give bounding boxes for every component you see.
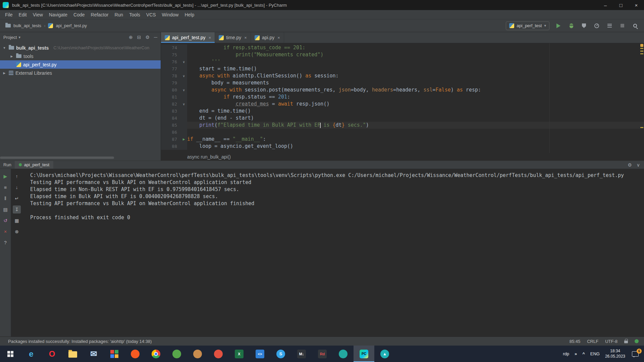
code-line-75[interactable]: 75 print("Measurements created") (161, 51, 644, 58)
minimize-button[interactable]: – (598, 0, 613, 10)
soft-wrap-button[interactable]: ↵ (13, 194, 21, 202)
scroll-to-end-button[interactable]: ↧ (13, 205, 21, 214)
code-line-79[interactable]: 79 body = measurements (161, 79, 644, 86)
tree-item-api-perf-test-py[interactable]: api_perf_test.py (0, 60, 161, 69)
code-line-77[interactable]: 77 start = time.time() (161, 65, 644, 72)
code-line-85[interactable]: 85 print(f"Elapsed time in Bulk API with… (161, 122, 644, 129)
close-tab-icon[interactable]: × (277, 35, 280, 40)
brave-icon[interactable] (125, 346, 146, 362)
down-stack-button[interactable]: ↓ (13, 183, 21, 191)
tray-rdp-label[interactable]: rdp (563, 351, 569, 356)
file-explorer-icon[interactable] (62, 346, 83, 362)
clock[interactable]: 18:34 26.05.2023 (605, 349, 625, 359)
line-number[interactable]: 78 (161, 72, 180, 79)
run-configuration-selector[interactable]: api_perf_test ▾ (506, 21, 549, 30)
search-everywhere-button[interactable] (631, 22, 639, 29)
vscode-icon[interactable]: <> (250, 346, 270, 362)
code-line-74[interactable]: 74 if resp.status_code == 201: (161, 44, 644, 51)
print-button[interactable]: ▦ (13, 217, 21, 225)
coverage-button[interactable] (580, 22, 588, 29)
chevron-right-icon[interactable]: ▶ (2, 71, 7, 75)
code-editor[interactable]: 74 if resp.status_code == 201:75 print("… (161, 43, 644, 153)
horizontal-scrollbar[interactable] (0, 157, 114, 159)
menu-navigate[interactable]: Navigate (46, 12, 70, 17)
language-indicator[interactable]: ENG (590, 351, 600, 356)
code-line-83[interactable]: 83 end = time.time() (161, 108, 644, 115)
maximize-button[interactable]: □ (613, 0, 629, 10)
line-number[interactable]: 82 (161, 101, 180, 108)
code-line-88[interactable]: 88 loop = asyncio.get_event_loop() (161, 143, 644, 150)
restore-layout-button[interactable]: ↺ (1, 217, 9, 225)
opera-icon[interactable]: O (42, 346, 62, 362)
menu-vcs[interactable]: VCS (143, 12, 159, 17)
collapse-all-icon[interactable]: ⊟ (137, 35, 141, 40)
stop-button[interactable] (619, 22, 626, 29)
mail-icon[interactable]: ✉ (83, 346, 104, 362)
menu-edit[interactable]: Edit (16, 12, 30, 17)
line-number[interactable]: 76 (161, 58, 180, 65)
menu-help[interactable]: Help (181, 12, 197, 17)
editor-tab-time-py[interactable]: time.py× (215, 32, 251, 43)
editor-scrollbar[interactable] (640, 43, 644, 153)
pycharm-icon[interactable]: PC (354, 346, 374, 362)
rdcman-icon[interactable]: Rd (312, 346, 333, 362)
excel-icon[interactable]: X (229, 346, 250, 362)
close-button[interactable]: × (629, 0, 644, 10)
menu-window[interactable]: Window (159, 12, 182, 17)
start-button[interactable] (0, 346, 21, 362)
warning-stripe-mark[interactable] (640, 53, 643, 54)
run-targets-button[interactable] (606, 22, 613, 29)
edge-icon[interactable]: e (21, 346, 42, 362)
chevron-right-icon[interactable]: ▶ (9, 55, 14, 58)
lock-icon[interactable] (624, 341, 628, 343)
inspections-status-icon[interactable] (635, 339, 639, 343)
editor-tab-api-py[interactable]: api.py× (251, 32, 284, 43)
line-number[interactable]: 80 (161, 86, 180, 94)
fold-marker-icon[interactable]: ∨ (180, 101, 187, 108)
teal-app-icon[interactable] (333, 346, 354, 362)
hide-panel-icon[interactable]: ─ (154, 35, 157, 40)
line-number[interactable]: 83 (161, 108, 180, 115)
fold-marker-icon[interactable]: ∨ (180, 72, 187, 79)
project-panel-title[interactable]: Project (3, 35, 17, 40)
menu-run[interactable]: Run (111, 12, 126, 17)
code-line-76[interactable]: 76∨ ''' (161, 58, 644, 65)
inspections-indicator[interactable] (640, 44, 643, 47)
menu-view[interactable]: View (30, 12, 46, 17)
tree-item-bulk-api-tests[interactable]: ▼bulk_api_testsC:\Users\michael\Projects… (0, 44, 161, 52)
debug-button[interactable] (568, 22, 575, 29)
stop-button[interactable]: ■ (1, 183, 9, 191)
editor-tab-api-perf-test-py[interactable]: api_perf_test.py× (161, 32, 215, 43)
code-line-81[interactable]: 81 if resp.status == 201: (161, 94, 644, 101)
line-number[interactable]: 87 (161, 136, 180, 143)
menu-file[interactable]: File (2, 12, 16, 17)
run-console[interactable]: C:\Users\michael\Projects\Wissance\Weath… (22, 169, 644, 337)
help-button[interactable]: ? (1, 239, 9, 247)
line-number[interactable]: 74 (161, 44, 180, 51)
palette-app-icon[interactable] (187, 346, 208, 362)
line-number[interactable]: 79 (161, 79, 180, 86)
clear-all-button[interactable]: ⊗ (13, 228, 21, 236)
breadcrumb-project[interactable]: bulk_api_tests (13, 23, 41, 28)
line-number[interactable]: 77 (161, 65, 180, 72)
locate-file-icon[interactable]: ⊕ (129, 35, 133, 40)
chrome-icon[interactable] (146, 346, 166, 362)
pause-output-button[interactable]: ‖ (1, 194, 9, 202)
settings-gear-icon[interactable]: ⚙ (146, 35, 150, 40)
dump-threads-button[interactable]: ▤ (1, 205, 9, 214)
caret-position-widget[interactable]: 85:45 (570, 339, 581, 344)
tree-item-external-libraries[interactable]: ▶External Libraries (0, 69, 161, 77)
fold-marker-icon[interactable]: ∨ (180, 86, 187, 94)
run-tab-api-perf-test[interactable]: api_perf_test (15, 161, 53, 169)
run-line-icon[interactable]: ▶ (180, 136, 187, 143)
line-number[interactable]: 88 (161, 143, 180, 150)
teal-app2-icon[interactable]: ▴ (374, 346, 395, 362)
chevron-down-icon[interactable]: ▼ (2, 46, 7, 50)
tree-item-tools[interactable]: ▶tools (0, 52, 161, 60)
line-number[interactable]: 75 (161, 51, 180, 58)
line-number[interactable]: 84 (161, 115, 180, 122)
notifications-button[interactable]: 6 (632, 351, 639, 357)
fold-marker-icon[interactable]: ∨ (180, 58, 187, 65)
office-icon[interactable] (104, 346, 125, 362)
code-line-87[interactable]: 87▶if __name__ == "__main__": (161, 136, 644, 143)
